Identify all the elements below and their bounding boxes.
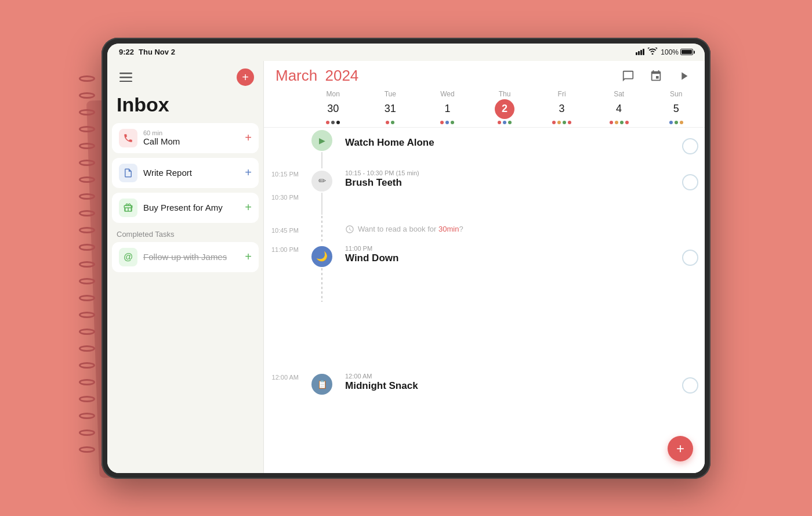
timeline: ▶ Watch Home Alone 10:15 PM (264, 128, 705, 473)
brush-event-time: 10:15 - 10:30 PM (15 min) (345, 169, 670, 176)
calendar-header: March 2024 (264, 61, 705, 85)
midnight-check-area (676, 371, 705, 396)
midnight-event-content: 12:00 AM Midnight Snack (339, 371, 676, 396)
brush-event-title: Brush Teeth (345, 177, 670, 189)
day-number-thu: 2 (495, 99, 514, 119)
chat-icon-button[interactable] (619, 67, 637, 85)
task-item-write-report[interactable]: Write Report + (112, 158, 259, 188)
day-name-thu: Thu (499, 90, 511, 98)
completed-task-list: @ Follow-up with James + (107, 242, 263, 272)
day-col-sat: Sat 4 (590, 90, 648, 125)
month-title: March 2024 (276, 67, 358, 85)
day-dots-tue (386, 120, 394, 125)
watch-check-button[interactable] (682, 138, 698, 154)
time-label-suggestion: 10:45 PM (264, 225, 304, 234)
midnight-icon: 📋 (311, 374, 332, 395)
task-list: 60 min Call Mom + Write Report + (107, 123, 263, 223)
midnight-event-title: Midnight Snack (345, 380, 670, 392)
event-row-wind-down: 11:00 PM 🌙 11:00 PM Wind Down (264, 244, 705, 302)
calendar-main: March 2024 (264, 61, 705, 473)
day-name-sat: Sat (614, 90, 624, 98)
year-number: 2024 (325, 67, 358, 84)
day-col-thu: Thu 2 (476, 90, 534, 125)
time-label-brush-end: 10:30 PM (264, 192, 304, 201)
follow-up-content: Follow-up with James (143, 252, 239, 262)
day-dots-mon (326, 120, 340, 125)
call-mom-add-button[interactable]: + (245, 131, 252, 145)
wind-down-icon: 🌙 (311, 246, 332, 267)
add-task-button[interactable]: + (237, 68, 254, 86)
connector-watch: ▶ (304, 128, 339, 168)
connector-midnight: 📋 (304, 371, 339, 418)
wifi-icon (648, 48, 657, 56)
day-number-wed: 1 (437, 99, 457, 119)
sidebar: + Inbox 60 min Call Mom + (107, 61, 264, 473)
day-col-wed: Wed 1 (419, 90, 476, 125)
follow-up-add-button[interactable]: + (245, 250, 252, 264)
suggestion-content: Want to read a book for 30min? (339, 225, 676, 234)
midnight-check-button[interactable] (682, 377, 698, 394)
day-col-fri: Fri 3 (533, 90, 590, 125)
month-name: March (276, 67, 317, 84)
call-mom-icon (119, 129, 137, 147)
day-name-mon: Mon (327, 90, 340, 98)
task-item-buy-present[interactable]: Buy Present for Amy + (112, 193, 259, 223)
svg-rect-2 (119, 81, 132, 82)
status-right: 100% (636, 48, 693, 56)
sidebar-toggle-button[interactable] (117, 68, 135, 86)
task-item-follow-up[interactable]: @ Follow-up with James + (112, 242, 259, 272)
time-label-midnight: 12:00 AM (264, 371, 304, 381)
clock-icon (345, 225, 354, 234)
write-report-icon (119, 164, 137, 182)
call-mom-duration: 60 min (143, 129, 239, 136)
day-name-wed: Wed (440, 90, 454, 98)
follow-up-icon: @ (119, 248, 137, 266)
time-labels-brush: 10:15 PM 10:30 PM (264, 168, 304, 201)
battery-icon (680, 49, 693, 55)
write-report-name: Write Report (143, 168, 239, 178)
time-label-brush-start: 10:15 PM (264, 168, 304, 178)
write-report-add-button[interactable]: + (245, 166, 252, 179)
brush-event-content: 10:15 - 10:30 PM (15 min) Brush Teeth (339, 168, 676, 193)
suggestion-row-read-book: 10:45 PM Want to read a book for 30min? (264, 215, 705, 244)
ipad-frame: 9:22 Thu Nov 2 100% (102, 38, 710, 479)
battery-percent: 100% (661, 48, 679, 56)
day-name-fri: Fri (558, 90, 566, 98)
brush-check-button[interactable] (682, 174, 698, 190)
signal-icon (636, 49, 644, 55)
connector-brush: ✏ (304, 168, 339, 215)
connector-wind: 🌙 (304, 244, 339, 302)
watch-event-title: Watch Home Alone (345, 137, 670, 149)
empty-time-gap (264, 302, 705, 371)
event-row-midnight-snack: 12:00 AM 📋 12:00 AM Midnight Snack (264, 371, 705, 418)
brush-icon: ✏ (311, 171, 332, 192)
wind-event-content: 11:00 PM Wind Down (339, 244, 676, 269)
day-dots-fri (552, 120, 571, 125)
svg-rect-1 (119, 77, 132, 78)
week-header: Mon 30 Tue 31 (264, 85, 705, 128)
watch-event-content: Watch Home Alone (339, 128, 676, 153)
day-number-fri: 3 (552, 99, 572, 119)
wind-check-button[interactable] (682, 250, 698, 266)
fab-add-button[interactable]: + (668, 436, 693, 461)
day-number-sat: 4 (609, 99, 629, 119)
buy-present-name: Buy Present for Amy (143, 203, 239, 212)
status-bar: 9:22 Thu Nov 2 100% (107, 44, 705, 61)
day-col-tue: Tue 31 (362, 90, 419, 125)
battery-indicator: 100% (661, 48, 693, 56)
play-icon-button[interactable] (675, 67, 693, 85)
spiral-binding (75, 58, 99, 453)
task-item-call-mom[interactable]: 60 min Call Mom + (112, 123, 259, 153)
buy-present-add-button[interactable]: + (245, 201, 252, 214)
suggestion-highlight: 30min (438, 225, 459, 233)
ipad-screen: 9:22 Thu Nov 2 100% (107, 44, 705, 473)
header-icons (619, 67, 693, 85)
calendar-icon-button[interactable] (647, 67, 665, 85)
status-time: 9:22 (119, 48, 134, 56)
day-dots-wed (440, 120, 454, 125)
time-label-wind: 11:00 PM (264, 244, 304, 253)
day-name-sun: Sun (670, 90, 682, 98)
call-mom-name: Call Mom (143, 136, 239, 146)
connector-suggestion (304, 215, 339, 244)
midnight-event-time: 12:00 AM (345, 373, 670, 380)
